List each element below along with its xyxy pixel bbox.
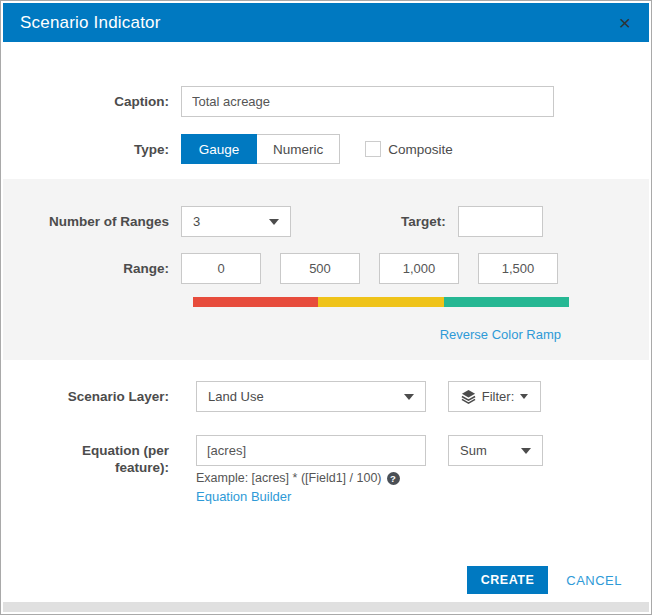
scenario-layer-row: Scenario Layer: Land Use Filter:: [3, 381, 649, 412]
chevron-down-icon: [520, 394, 528, 399]
caption-row: Caption:: [3, 86, 649, 117]
chevron-down-icon: [521, 448, 531, 454]
cancel-button[interactable]: CANCEL: [566, 573, 622, 588]
dialog-header: Scenario Indicator ×: [3, 3, 649, 42]
composite-checkbox[interactable]: [365, 141, 381, 157]
composite-label: Composite: [388, 142, 453, 157]
create-button[interactable]: CREATE: [467, 566, 548, 594]
scenario-layer-select[interactable]: Land Use: [196, 381, 426, 412]
equation-builder-link[interactable]: Equation Builder: [196, 489, 291, 504]
range-row: Range:: [3, 253, 649, 284]
type-gauge-button[interactable]: Gauge: [181, 134, 257, 164]
color-ramp-wrap: Reverse Color Ramp: [193, 297, 569, 342]
equation-fields: Sum Example: [acres] * ([Field1] / 100) …: [196, 435, 543, 504]
type-toggle: Gauge Numeric: [181, 134, 340, 164]
range-input-2[interactable]: [280, 253, 360, 284]
aggregation-select[interactable]: Sum: [448, 435, 543, 466]
range-input-3[interactable]: [379, 253, 459, 284]
range-input-4[interactable]: [478, 253, 558, 284]
scenario-layer-label: Scenario Layer:: [3, 389, 181, 404]
number-of-ranges-row: Number of Ranges 3 Target:: [3, 206, 649, 237]
equation-label: Equation (per feature):: [3, 435, 181, 476]
reverse-row: Reverse Color Ramp: [193, 327, 569, 342]
target-label: Target:: [401, 214, 458, 229]
equation-input[interactable]: [196, 435, 426, 466]
help-icon[interactable]: ?: [387, 472, 400, 485]
equation-row: Equation (per feature): Sum Example: [ac…: [3, 435, 649, 504]
bottom-strip: [3, 602, 649, 612]
scenario-indicator-dialog: Scenario Indicator × Caption: Type: Gaug…: [0, 0, 652, 615]
range-input-1[interactable]: [181, 253, 261, 284]
ramp-segment-green: [444, 297, 569, 307]
filter-button[interactable]: Filter:: [448, 381, 541, 412]
range-label: Range:: [3, 261, 181, 276]
type-numeric-button[interactable]: Numeric: [257, 134, 340, 164]
number-of-ranges-select[interactable]: 3: [181, 206, 291, 237]
layers-icon: [461, 389, 476, 404]
type-row: Type: Gauge Numeric Composite: [3, 134, 649, 164]
equation-example-line: Example: [acres] * ([Field1] / 100) ?: [196, 471, 543, 485]
close-icon[interactable]: ×: [619, 12, 631, 33]
number-of-ranges-value: 3: [193, 214, 200, 229]
type-label: Type:: [3, 142, 181, 157]
ramp-segment-red: [193, 297, 318, 307]
target-input[interactable]: [458, 206, 543, 237]
number-of-ranges-label: Number of Ranges: [3, 214, 181, 229]
aggregation-value: Sum: [460, 443, 487, 458]
chevron-down-icon: [404, 394, 414, 400]
filter-label: Filter:: [482, 389, 515, 404]
equation-example-text: Example: [acres] * ([Field1] / 100): [196, 471, 382, 485]
reverse-color-ramp-link[interactable]: Reverse Color Ramp: [440, 327, 561, 342]
caption-input[interactable]: [181, 86, 554, 117]
dialog-footer: CREATE CANCEL: [3, 566, 649, 594]
scenario-layer-value: Land Use: [208, 389, 264, 404]
dialog-title: Scenario Indicator: [20, 13, 161, 33]
ranges-section: Number of Ranges 3 Target: Range: Revers…: [3, 179, 649, 360]
chevron-down-icon: [269, 219, 279, 225]
color-ramp: [193, 297, 569, 307]
caption-label: Caption:: [3, 94, 181, 109]
ramp-segment-yellow: [318, 297, 443, 307]
